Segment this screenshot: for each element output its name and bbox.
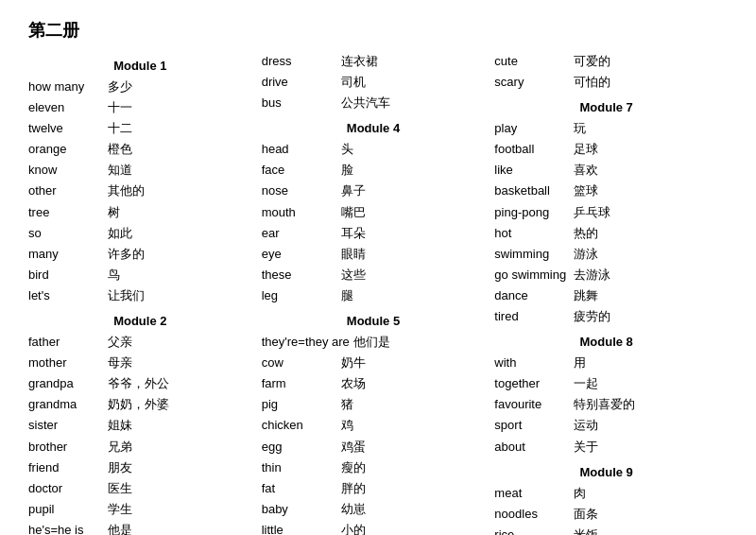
chinese-translation: 运动 (574, 415, 598, 436)
english-word: go swimming (494, 265, 570, 285)
chinese-translation: 鸡 (341, 415, 353, 436)
vocab-item: pupil学生 (28, 499, 252, 520)
english-word: leg (262, 285, 337, 306)
chinese-translation: 脸 (341, 160, 353, 181)
english-word: brother (28, 437, 104, 457)
chinese-translation: 母亲 (108, 353, 132, 373)
chinese-translation: 姐妹 (108, 415, 132, 436)
vocab-item: meat肉 (494, 483, 718, 504)
chinese-translation: 篮球 (574, 181, 598, 201)
english-word: chicken (262, 415, 337, 436)
vocab-item: other其他的 (28, 181, 252, 201)
chinese-translation: 猪 (341, 394, 353, 415)
vocab-item: eye眼睛 (262, 244, 486, 265)
chinese-translation: 一起 (574, 373, 598, 394)
vocab-item: rice米饭 (494, 525, 718, 535)
chinese-translation: 肉 (574, 483, 586, 504)
vocab-item: brother兄弟 (28, 437, 252, 457)
column-2: dress连衣裙drive司机bus公共汽车Module 4head头face脸… (262, 51, 495, 535)
chinese-translation: 橙色 (108, 139, 132, 160)
chinese-translation: 可爱的 (574, 51, 610, 72)
chinese-translation: 幼崽 (341, 499, 366, 520)
vocab-item: cute可爱的 (494, 51, 718, 72)
english-word: sport (494, 415, 570, 436)
english-word: hot (494, 223, 570, 244)
english-word: orange (28, 139, 104, 160)
chinese-translation: 鸟 (108, 265, 120, 285)
chinese-translation: 腿 (341, 285, 353, 306)
vocab-item: leg腿 (262, 285, 486, 306)
module-title-3-2: Module 7 (494, 100, 718, 114)
vocab-item: bird鸟 (28, 265, 252, 285)
chinese-translation: 多少 (108, 77, 132, 97)
chinese-translation: 玩 (574, 118, 586, 139)
english-word: many (28, 244, 104, 265)
english-word: other (28, 181, 104, 201)
english-word: about (494, 437, 570, 457)
vocab-item: face脸 (262, 160, 486, 181)
chinese-translation: 树 (108, 202, 120, 223)
english-word: football (494, 139, 570, 160)
vocab-item: thin瘦的 (262, 457, 486, 478)
english-word: friend (28, 457, 104, 478)
chinese-translation: 奶牛 (341, 353, 366, 373)
chinese-translation: 可怕的 (574, 72, 610, 93)
module-title-3-3: Module 8 (494, 335, 718, 349)
vocab-item: chicken鸡 (262, 415, 486, 436)
chinese-translation: 学生 (108, 499, 132, 520)
vocab-item: football足球 (494, 139, 718, 160)
chinese-translation: 嘴巴 (341, 202, 366, 223)
vocab-item: grandpa爷爷，外公 (28, 373, 252, 394)
chinese-translation: 这些 (341, 265, 366, 285)
vocab-item: so如此 (28, 223, 252, 244)
english-word: ear (262, 223, 337, 244)
english-word: he's=he is (28, 520, 104, 535)
vocab-item: fat胖的 (262, 478, 486, 499)
chinese-translation: 喜欢 (574, 160, 598, 181)
chinese-translation: 医生 (108, 478, 132, 499)
vocab-item: egg鸡蛋 (262, 437, 486, 457)
english-word: eye (262, 244, 337, 265)
chinese-translation: 十二 (108, 118, 132, 139)
module-title-1-1: Module 1 (28, 59, 252, 73)
vocab-item: how many多少 (28, 77, 252, 97)
chinese-translation: 连衣裙 (341, 51, 378, 72)
chinese-translation: 他是 (108, 520, 132, 535)
vocab-item: drive司机 (262, 72, 486, 93)
vocab-item: many许多的 (28, 244, 252, 265)
vocab-item: eleven十一 (28, 97, 252, 118)
chinese-translation: 米饭 (574, 525, 598, 535)
english-word: like (494, 160, 570, 181)
chinese-translation: 胖的 (341, 478, 366, 499)
chinese-translation: 足球 (574, 139, 598, 160)
english-word: rice (494, 525, 570, 535)
english-word: dress (262, 51, 337, 72)
chinese-translation: 公共汽车 (341, 93, 390, 113)
english-word: nose (262, 181, 337, 201)
english-word: tree (28, 202, 104, 223)
chinese-translation: 耳朵 (341, 223, 366, 244)
chinese-translation: 十一 (108, 97, 132, 118)
vocab-item: friend朋友 (28, 457, 252, 478)
english-word: head (262, 139, 337, 160)
chinese-translation: 去游泳 (574, 265, 610, 285)
english-word: pig (262, 394, 337, 415)
vocab-item: scary可怕的 (494, 72, 718, 93)
vocab-item: these这些 (262, 265, 486, 285)
english-word: doctor (28, 478, 104, 499)
english-word: basketball (494, 181, 570, 201)
vocab-item: like喜欢 (494, 160, 718, 181)
chinese-translation: 小的 (341, 520, 366, 535)
english-word: grandpa (28, 373, 104, 394)
chinese-translation: 头 (341, 139, 353, 160)
chinese-translation: 特别喜爱的 (574, 394, 635, 415)
english-word: let's (28, 285, 104, 306)
vocab-item: dress连衣裙 (262, 51, 486, 72)
vocab-item: swimming游泳 (494, 244, 718, 265)
chinese-translation: 他们是 (353, 332, 390, 353)
english-word: bird (28, 265, 104, 285)
english-word: sister (28, 415, 104, 436)
english-word: they're=they are (262, 332, 350, 353)
chinese-translation: 如此 (108, 223, 132, 244)
english-word: ping-pong (494, 202, 570, 223)
